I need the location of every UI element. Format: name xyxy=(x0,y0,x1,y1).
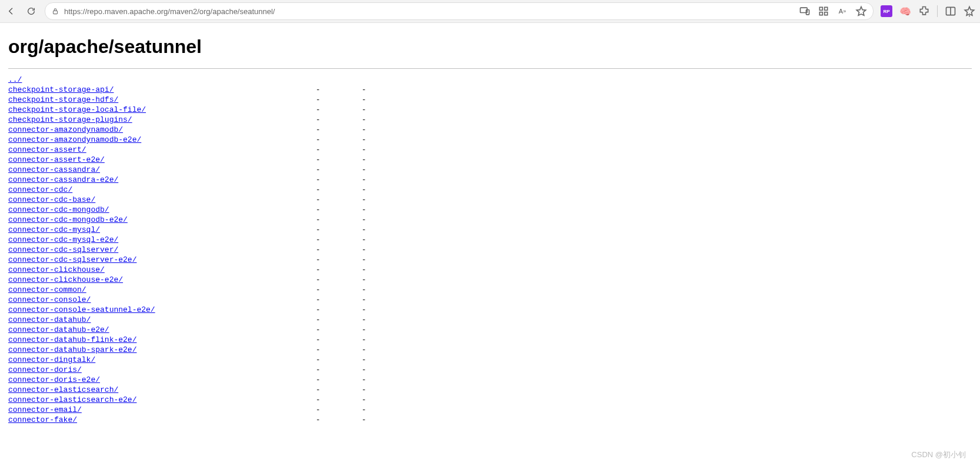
list-item-link[interactable]: connector-datahub-flink-e2e/ xyxy=(8,335,136,344)
list-item-link[interactable]: connector-cdc-mongodb/ xyxy=(8,205,109,214)
list-item-link[interactable]: connector-doris/ xyxy=(8,365,82,374)
page-body: org/apache/seatunnel ../ checkpoint-stor… xyxy=(0,23,980,448)
favorites-bar-star-icon[interactable] xyxy=(964,5,975,17)
read-aloud-icon[interactable]: A» xyxy=(836,5,848,17)
list-item-link[interactable]: connector-dingtalk/ xyxy=(8,355,95,364)
list-item-link[interactable]: connector-datahub-e2e/ xyxy=(8,325,109,334)
list-item-link[interactable]: connector-common/ xyxy=(8,285,86,294)
favorite-star-icon[interactable] xyxy=(855,5,867,17)
list-item-link[interactable]: connector-elasticsearch-e2e/ xyxy=(8,395,136,404)
list-item-link[interactable]: connector-cdc-mysql-e2e/ xyxy=(8,235,118,244)
list-item-link[interactable]: connector-datahub-spark-e2e/ xyxy=(8,345,136,354)
parent-dir-link[interactable]: ../ xyxy=(8,75,22,84)
list-item-link[interactable]: connector-cdc-base/ xyxy=(8,195,95,204)
svg-rect-4 xyxy=(825,7,828,10)
list-item-link[interactable]: connector-console-seatunnel-e2e/ xyxy=(8,305,155,314)
toolbar-divider xyxy=(937,5,938,17)
page-title: org/apache/seatunnel xyxy=(8,36,972,58)
list-item-link[interactable]: connector-clickhouse/ xyxy=(8,265,105,274)
svg-rect-3 xyxy=(819,7,822,10)
list-item-link[interactable]: connector-clickhouse-e2e/ xyxy=(8,275,123,284)
list-item-link[interactable]: checkpoint-storage-hdfs/ xyxy=(8,95,118,104)
list-item-link[interactable]: connector-assert-e2e/ xyxy=(8,155,105,164)
list-item-link[interactable]: connector-assert/ xyxy=(8,145,86,154)
list-item-link[interactable]: checkpoint-storage-local-file/ xyxy=(8,105,146,114)
address-bar-actions: A» xyxy=(799,5,867,17)
list-item-link[interactable]: checkpoint-storage-plugins/ xyxy=(8,115,132,124)
list-item-link[interactable]: connector-cdc-sqlserver-e2e/ xyxy=(8,255,136,264)
list-item-link[interactable]: connector-cdc-mongodb-e2e/ xyxy=(8,215,128,224)
address-bar[interactable]: https://repo.maven.apache.org/maven2/org… xyxy=(45,2,874,20)
list-item-link[interactable]: connector-datahub/ xyxy=(8,315,91,324)
list-item-link[interactable]: connector-cassandra/ xyxy=(8,165,100,174)
list-item-link[interactable]: connector-amazondynamodb/ xyxy=(8,125,123,134)
refresh-button[interactable] xyxy=(25,5,38,18)
brain-extension-icon[interactable]: 🧠 xyxy=(899,5,911,17)
svg-rect-6 xyxy=(825,12,828,15)
rp-extension-icon[interactable]: RP xyxy=(881,5,892,17)
svg-rect-5 xyxy=(819,12,822,15)
extensions-icon[interactable] xyxy=(918,5,930,17)
list-item-link[interactable]: checkpoint-storage-api/ xyxy=(8,85,114,94)
url-text: https://repo.maven.apache.org/maven2/org… xyxy=(64,7,794,16)
heading-divider xyxy=(8,68,972,69)
apps-grid-icon[interactable] xyxy=(818,5,829,17)
list-item-link[interactable]: connector-doris-e2e/ xyxy=(8,375,100,384)
list-item-link[interactable]: connector-console/ xyxy=(8,295,91,304)
browser-toolbar: https://repo.maven.apache.org/maven2/org… xyxy=(0,0,980,23)
list-item-link[interactable]: connector-amazondynamodb-e2e/ xyxy=(8,135,141,144)
device-sync-icon[interactable] xyxy=(799,5,811,17)
list-item-link[interactable]: connector-cdc-mysql/ xyxy=(8,225,100,234)
list-item-link[interactable]: connector-fake/ xyxy=(8,415,77,424)
list-item-link[interactable]: connector-email/ xyxy=(8,405,82,414)
svg-rect-0 xyxy=(54,11,58,14)
list-item-link[interactable]: connector-cdc-sqlserver/ xyxy=(8,245,118,254)
browser-right-controls: RP 🧠 xyxy=(881,5,975,17)
list-item-link[interactable]: connector-cdc/ xyxy=(8,185,72,194)
split-screen-icon[interactable] xyxy=(945,5,956,17)
list-item-link[interactable]: connector-elasticsearch/ xyxy=(8,385,118,394)
directory-listing: ../ checkpoint-storage-api/ - - checkpoi… xyxy=(8,75,972,425)
back-button[interactable] xyxy=(5,5,18,18)
lock-icon xyxy=(51,7,59,15)
list-item-link[interactable]: connector-cassandra-e2e/ xyxy=(8,175,118,184)
